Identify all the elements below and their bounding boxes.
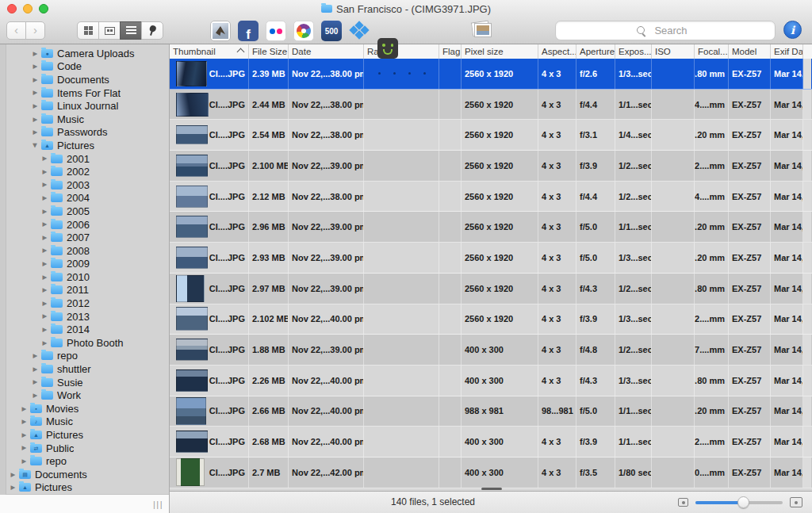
forward-button[interactable]: › — [25, 21, 45, 40]
column-header-aspect-ratio[interactable]: Aspect... — [538, 44, 576, 59]
column-header-thumbnail[interactable]: Thumbnail — [170, 44, 249, 59]
disclosure-triangle-icon[interactable]: ▶ — [40, 155, 49, 162]
table-row[interactable]: CI....JPG2.39 MBNov 22,...38.00 pm2560 x… — [170, 59, 812, 90]
column-header-focal-length[interactable]: Focal... — [695, 44, 729, 59]
sidebar-item-2007[interactable]: ▶2007 — [7, 231, 169, 244]
column-header-flag[interactable]: Flag — [439, 44, 462, 59]
disclosure-triangle-icon[interactable]: ▶ — [31, 51, 40, 57]
table-row[interactable]: CI....JPG2.26 MBNov 22,...40.00 pm400 x … — [170, 366, 812, 396]
vertical-scrollbar-track[interactable] — [803, 396, 811, 427]
table-row[interactable]: CI....JPG2.66 MBNov 22,...40.00 pm988 x … — [170, 396, 812, 427]
sidebar-item-photo-booth[interactable]: ▶Photo Booth — [7, 336, 169, 350]
sidebar-item-public[interactable]: ▶⇄Public — [7, 442, 169, 455]
share-mail-button[interactable] — [210, 21, 231, 41]
sidebar-item-2010[interactable]: ▶2010 — [7, 270, 169, 284]
table-row[interactable]: CI....JPG2.54 MBNov 22,...38.00 pm2560 x… — [170, 120, 812, 151]
vertical-scrollbar-track[interactable] — [803, 120, 811, 150]
sidebar-item-music[interactable]: ▶♪Music — [7, 415, 169, 429]
disclosure-triangle-icon[interactable]: ▶ — [40, 274, 49, 281]
table-row[interactable]: CI....JPG2.7 MBNov 22,...42.00 pm400 x 3… — [170, 457, 812, 488]
sidebar-item-passwords[interactable]: ▶Passwords — [7, 126, 169, 140]
disclosure-triangle-icon[interactable]: ▶ — [40, 182, 49, 188]
vertical-scrollbar-track[interactable] — [803, 274, 811, 304]
column-header-exposure[interactable]: Expos... — [615, 44, 652, 59]
disclosure-triangle-icon[interactable]: ▶ — [31, 77, 40, 83]
view-list-button[interactable] — [120, 21, 142, 40]
table-row[interactable]: CI....JPG2.100 MBNov 22,...39.00 pm2560 … — [170, 151, 812, 182]
sidebar-item-work[interactable]: ▶Work — [7, 389, 169, 402]
minimize-window-button[interactable] — [23, 4, 33, 13]
vertical-scrollbar-track[interactable] — [803, 366, 811, 396]
share-flickr-button[interactable] — [266, 21, 286, 41]
sidebar-item-linux-journal[interactable]: ▶Linux Journal — [7, 99, 169, 113]
zoom-window-button[interactable] — [39, 4, 48, 13]
disclosure-triangle-icon[interactable]: ▶ — [33, 141, 39, 150]
disclosure-triangle-icon[interactable]: ▶ — [31, 353, 40, 359]
disclosure-triangle-icon[interactable]: ▶ — [31, 117, 40, 123]
vertical-scrollbar-track[interactable] — [803, 212, 811, 242]
disclosure-triangle-icon[interactable]: ▶ — [40, 261, 49, 267]
sidebar-horizontal-scrollbar[interactable]: ||| — [0, 494, 169, 513]
disclosure-triangle-icon[interactable]: ▶ — [40, 287, 49, 293]
column-header-exif-date[interactable]: Exif Date — [771, 44, 803, 59]
disclosure-triangle-icon[interactable]: ▶ — [31, 90, 40, 96]
disclosure-triangle-icon[interactable]: ▶ — [31, 366, 40, 373]
sidebar-item-pictures[interactable]: ▶▲Pictures — [7, 428, 169, 442]
resize-grip-icon[interactable]: ||| — [153, 500, 163, 509]
disclosure-triangle-icon[interactable]: ▶ — [20, 458, 29, 465]
column-header-date[interactable]: Date — [289, 44, 364, 59]
share-smugmug-button[interactable] — [377, 38, 398, 59]
disclosure-triangle-icon[interactable]: ▶ — [40, 209, 49, 215]
sidebar-item-documents[interactable]: ▶▤Documents — [7, 468, 169, 481]
column-header-file-size[interactable]: File Size — [249, 44, 289, 59]
sidebar-vertical-scrollbar[interactable] — [0, 44, 6, 495]
disclosure-triangle-icon[interactable]: ▶ — [40, 313, 49, 320]
sidebar-item-2005[interactable]: ▶2005 — [7, 205, 169, 218]
sidebar-item-2012[interactable]: ▶2012 — [7, 297, 169, 310]
sidebar-item-repo[interactable]: ▶repo — [7, 350, 169, 363]
sidebar-item-2002[interactable]: ▶2002 — [7, 165, 169, 178]
disclosure-triangle-icon[interactable]: ▶ — [9, 484, 17, 491]
column-header-model[interactable]: Model — [729, 44, 771, 59]
disclosure-triangle-icon[interactable]: ▶ — [40, 327, 49, 333]
table-row[interactable]: CI....JPG2.102 MBNov 22,...40.00 pm2560 … — [170, 304, 812, 335]
slideshow-button[interactable] — [470, 20, 494, 41]
sidebar-item-2001[interactable]: ▶2001 — [7, 152, 169, 166]
disclosure-triangle-icon[interactable]: ▶ — [40, 195, 49, 201]
disclosure-triangle-icon[interactable]: ▶ — [40, 169, 49, 175]
disclosure-triangle-icon[interactable]: ▶ — [20, 419, 29, 425]
column-header-aperture[interactable]: Aperture — [576, 44, 615, 59]
disclosure-triangle-icon[interactable]: ▶ — [40, 301, 49, 307]
vertical-scrollbar-track[interactable] — [803, 151, 811, 181]
disclosure-triangle-icon[interactable]: ▶ — [9, 472, 17, 478]
table-row[interactable]: CI....JPG2.12 MBNov 22,...38.00 pm2560 x… — [170, 182, 812, 212]
sidebar-item-2011[interactable]: ▶2011 — [7, 284, 169, 297]
vertical-scrollbar-track[interactable] — [803, 90, 811, 120]
disclosure-triangle-icon[interactable]: ▶ — [20, 432, 29, 438]
disclosure-triangle-icon[interactable]: ▶ — [20, 406, 29, 412]
disclosure-triangle-icon[interactable]: ▶ — [40, 235, 49, 241]
vertical-scrollbar-track[interactable] — [803, 427, 811, 457]
view-grid-button[interactable] — [77, 21, 99, 40]
vertical-scrollbar-track[interactable] — [803, 457, 811, 488]
sidebar-item-2003[interactable]: ▶2003 — [7, 178, 169, 192]
sidebar-item-shuttler[interactable]: ▶shuttler — [7, 362, 169, 376]
sidebar-item-music[interactable]: ▶Music — [7, 113, 169, 126]
share-500px-button[interactable]: 500 — [321, 21, 342, 41]
disclosure-triangle-icon[interactable]: ▶ — [31, 379, 40, 385]
table-row[interactable]: CI....JPG2.96 MBNov 22,...39.00 pm2560 x… — [170, 212, 812, 243]
table-row[interactable]: CI....JPG2.44 MBNov 22,...38.00 pm2560 x… — [170, 90, 812, 121]
sidebar-item-2013[interactable]: ▶2013 — [7, 310, 169, 323]
disclosure-triangle-icon[interactable]: ▶ — [31, 63, 40, 70]
sidebar-item-repo[interactable]: ▶repo — [7, 454, 169, 468]
sidebar-item-2008[interactable]: ▶2008 — [7, 244, 169, 258]
vertical-scrollbar-track[interactable] — [803, 335, 811, 365]
sidebar-item-2009[interactable]: ▶2009 — [7, 258, 169, 271]
sidebar-item-2006[interactable]: ▶2006 — [7, 218, 169, 232]
column-header-iso[interactable]: ISO — [652, 44, 695, 59]
disclosure-triangle-icon[interactable]: ▶ — [31, 129, 40, 136]
vertical-scrollbar-track[interactable] — [803, 243, 811, 273]
close-window-button[interactable] — [7, 4, 17, 13]
table-row[interactable]: CI....JPG2.93 MBNov 22,...39.00 pm2560 x… — [170, 243, 812, 274]
sidebar-item-2014[interactable]: ▶2014 — [7, 323, 169, 336]
